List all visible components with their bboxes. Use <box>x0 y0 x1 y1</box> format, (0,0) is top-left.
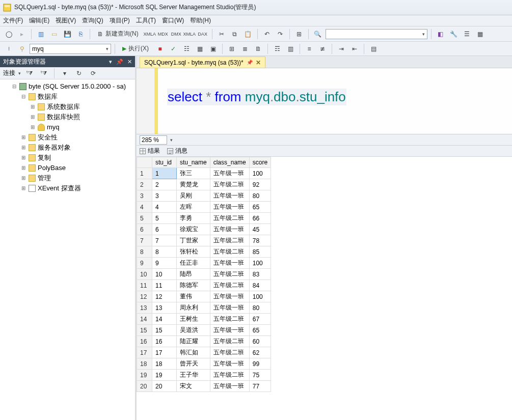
dropdown-icon[interactable]: ▾ <box>109 59 112 65</box>
row-number[interactable]: 8 <box>137 246 152 258</box>
reg-servers-icon[interactable]: ☰ <box>462 29 473 40</box>
new-query-button[interactable]: 🗎 新建查询(N) <box>94 29 142 40</box>
cell-score[interactable]: 75 <box>249 370 271 381</box>
cell-class_name[interactable]: 五年级二班 <box>210 280 249 291</box>
cell-stu_id[interactable]: 17 <box>152 347 177 358</box>
col-stu_id[interactable]: stu_id <box>152 157 177 168</box>
table-row[interactable]: 1212董伟五年级一班100 <box>137 291 271 302</box>
tree-management[interactable]: ⊞管理 <box>20 173 133 183</box>
menu-help[interactable]: 帮助(H) <box>190 16 211 25</box>
showplan-icon[interactable]: ▦ <box>194 43 205 54</box>
cell-class_name[interactable]: 五年级一班 <box>210 325 249 336</box>
tree-userdb[interactable]: ⊞myq <box>30 122 133 132</box>
tree-replication[interactable]: ⊞复制 <box>20 153 133 163</box>
cell-class_name[interactable]: 五年级一班 <box>210 302 249 314</box>
row-number[interactable]: 20 <box>137 381 152 392</box>
cell-stu_id[interactable]: 8 <box>152 246 177 258</box>
mdx-icon[interactable]: MDX <box>157 29 169 40</box>
cell-stu_name[interactable]: 陈德军 <box>177 280 210 291</box>
cell-class_name[interactable]: 五年级二班 <box>210 235 249 246</box>
cell-stu_name[interactable]: 徐观宝 <box>177 224 210 235</box>
cell-stu_id[interactable]: 9 <box>152 258 177 269</box>
cell-class_name[interactable]: 五年级一班 <box>210 168 249 179</box>
cell-class_name[interactable]: 五年级一班 <box>210 358 249 370</box>
cell-stu_id[interactable]: 19 <box>152 370 177 381</box>
table-row[interactable]: 1111陈德军五年级二班84 <box>137 280 271 291</box>
cell-class_name[interactable]: 五年级二班 <box>210 269 249 280</box>
new-icon[interactable]: ▥ <box>35 29 46 40</box>
cell-stu_id[interactable]: 6 <box>152 224 177 235</box>
tree-xevent[interactable]: ⊞XEvent 探查器 <box>20 183 133 193</box>
cell-score[interactable]: 78 <box>249 235 271 246</box>
cell-score[interactable]: 99 <box>249 358 271 370</box>
cell-score[interactable]: 77 <box>249 381 271 392</box>
row-number[interactable]: 10 <box>137 269 152 280</box>
tree-databases[interactable]: ⊟数据库 <box>20 92 133 102</box>
copy-icon[interactable]: ⧉ <box>229 29 240 40</box>
database-combo[interactable]: myq▾ <box>30 44 111 54</box>
cell-stu_name[interactable]: 王树生 <box>177 314 210 325</box>
zoom-dropdown-icon[interactable]: ▾ <box>170 137 173 143</box>
menu-query[interactable]: 查询(Q) <box>82 16 103 25</box>
object-tree[interactable]: ⊟byte (SQL Server 15.0.2000 - sa) ⊟数据库 ⊞… <box>0 79 135 420</box>
filter3-icon[interactable]: ▾ <box>59 68 70 79</box>
undo-icon[interactable]: ↶ <box>261 29 273 40</box>
template-icon[interactable]: ▦ <box>475 29 486 40</box>
tree-security[interactable]: ⊞安全性 <box>20 132 133 143</box>
col-score[interactable]: score <box>249 157 271 168</box>
stop-icon[interactable]: ■ <box>154 43 166 54</box>
refresh-icon[interactable]: ↻ <box>73 68 85 79</box>
xmla2-icon[interactable]: XMLA <box>184 29 195 40</box>
cell-stu_name[interactable]: 吴刚 <box>177 190 210 202</box>
cell-class_name[interactable]: 五年级二班 <box>210 314 249 325</box>
cell-class_name[interactable]: 五年级一班 <box>210 224 249 235</box>
menu-tools[interactable]: 工具(T) <box>136 16 156 25</box>
cell-class_name[interactable]: 五年级一班 <box>210 381 249 392</box>
cell-score[interactable]: 100 <box>249 258 271 269</box>
row-number[interactable]: 2 <box>137 179 152 190</box>
zoom-input[interactable] <box>140 135 167 145</box>
db-icon[interactable]: ⁞ <box>3 43 14 54</box>
menu-window[interactable]: 窗口(W) <box>162 16 184 25</box>
dmx-icon[interactable]: DMX <box>171 29 182 40</box>
dax-icon[interactable]: DAX <box>197 29 208 40</box>
outdent-icon[interactable]: ⇤ <box>349 43 360 54</box>
paste-icon[interactable]: 📋 <box>242 29 254 40</box>
cell-class_name[interactable]: 五年级一班 <box>210 258 249 269</box>
table-row[interactable]: 1919王子华五年级二班75 <box>137 370 271 381</box>
cell-stu_id[interactable]: 18 <box>152 358 177 370</box>
menu-edit[interactable]: 编辑(E) <box>29 16 49 25</box>
cell-stu_name[interactable]: 曾开天 <box>177 358 210 370</box>
col-class_name[interactable]: class_name <box>210 157 249 168</box>
find-icon[interactable]: 🔍 <box>312 29 324 40</box>
cell-stu_name[interactable]: 陆昂 <box>177 269 210 280</box>
cell-class_name[interactable]: 五年级二班 <box>210 336 249 347</box>
properties-icon[interactable]: ⊞ <box>293 29 305 40</box>
table-row[interactable]: 44左晖五年级一班65 <box>137 202 271 213</box>
save-all-icon[interactable]: ⎘ <box>75 29 86 40</box>
results-text-icon[interactable]: ≣ <box>239 43 251 54</box>
specify-values-icon[interactable]: ▤ <box>368 43 379 54</box>
filter-icon[interactable]: ᵗ⧩ <box>24 68 35 79</box>
open-icon[interactable]: ▭ <box>48 29 60 40</box>
table-row[interactable]: 1717韩汇如五年级二班62 <box>137 347 271 358</box>
close-tab-icon[interactable]: ✕ <box>256 59 261 66</box>
row-number[interactable]: 13 <box>137 302 152 314</box>
connect-icon[interactable]: ⚲ <box>16 43 28 54</box>
cell-stu_id[interactable]: 3 <box>152 190 177 202</box>
tree-server[interactable]: ⊟byte (SQL Server 15.0.2000 - sa) <box>11 81 133 92</box>
row-number[interactable]: 11 <box>137 280 152 291</box>
cell-score[interactable]: 45 <box>249 224 271 235</box>
table-row[interactable]: 55李勇五年级二班66 <box>137 213 271 224</box>
cell-stu_name[interactable]: 王子华 <box>177 370 210 381</box>
cell-score[interactable]: 80 <box>249 302 271 314</box>
results-file-icon[interactable]: 🗎 <box>253 43 264 54</box>
cell-score[interactable]: 100 <box>249 168 271 179</box>
cell-stu_id[interactable]: 4 <box>152 202 177 213</box>
cell-class_name[interactable]: 五年级二班 <box>210 347 249 358</box>
row-number[interactable]: 9 <box>137 258 152 269</box>
cell-stu_name[interactable]: 陆正耀 <box>177 336 210 347</box>
cell-stu_name[interactable]: 董伟 <box>177 291 210 302</box>
menu-file[interactable]: 文件(F) <box>3 16 23 25</box>
menu-view[interactable]: 视图(V) <box>56 16 76 25</box>
